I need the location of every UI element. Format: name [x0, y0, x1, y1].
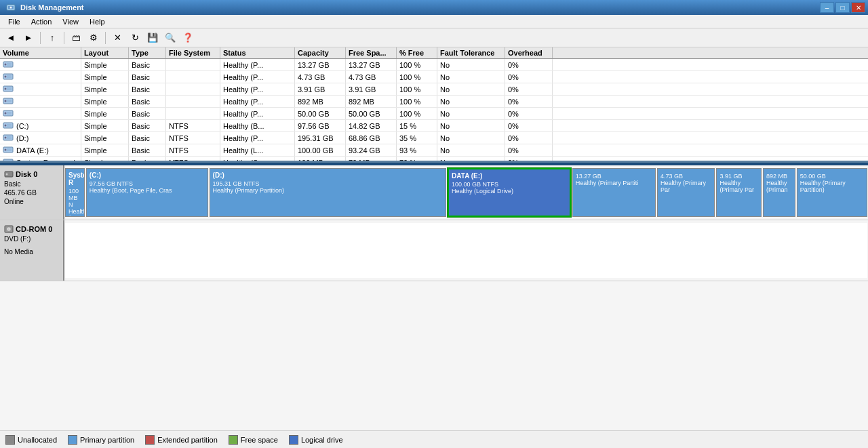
table-cell: 0% — [505, 59, 553, 70]
partition-status: Healthy (Primary Partition) — [800, 180, 864, 193]
properties-button[interactable]: ⚙ — [85, 30, 102, 45]
col-layout: Layout — [81, 47, 129, 58]
table-row[interactable]: (C:)SimpleBasicNTFSHealthy (B...97.56 GB… — [0, 120, 868, 132]
help-button[interactable]: ❓ — [180, 30, 196, 45]
disk-partition[interactable]: 50.00 GBHealthy (Primary Partition) — [797, 168, 867, 217]
table-cell: Basic — [129, 120, 166, 131]
disk-partition[interactable]: 13.27 GBHealthy (Primary Partiti — [572, 168, 656, 217]
table-cell: 93 % — [397, 144, 437, 156]
menu-help[interactable]: Help — [84, 16, 111, 27]
partition-size: 195.31 GB NTFS — [213, 180, 443, 187]
table-row[interactable]: SimpleBasicHealthy (P...50.00 GB50.00 GB… — [0, 108, 868, 120]
svg-rect-14 — [7, 100, 12, 102]
list-view: Volume Layout Type File System Status Ca… — [0, 47, 868, 163]
disk-partition[interactable]: 4.73 GBHealthy (Primary Par — [657, 168, 715, 217]
partition-status: Healthy (Primary Par — [719, 180, 758, 193]
refresh-button[interactable]: ↻ — [127, 30, 143, 45]
table-row[interactable]: DATA (E:)SimpleBasicNTFSHealthy (L...100… — [0, 144, 868, 157]
close-button[interactable]: ✕ — [851, 2, 865, 13]
menu-action[interactable]: Action — [26, 16, 58, 27]
legend-unallocated: Unallocated — [5, 435, 57, 445]
partition-status: Healthy (Primary Par — [660, 180, 711, 193]
col-status: Status — [220, 47, 295, 58]
table-cell: NTFS — [166, 132, 220, 144]
volume-icon — [3, 121, 16, 131]
partition-status: Healthy (Primary Partiti — [576, 180, 652, 186]
table-body: SimpleBasicHealthy (P...13.27 GB13.27 GB… — [0, 59, 868, 161]
partition-size: 100.00 GB NTFS — [452, 181, 567, 188]
table-cell: 0% — [505, 108, 553, 119]
disk-0-type: Basic — [4, 180, 59, 188]
table-row[interactable]: SimpleBasicHealthy (P...13.27 GB13.27 GB… — [0, 59, 868, 71]
menu-view[interactable]: View — [57, 16, 84, 27]
table-cell: Basic — [129, 96, 166, 107]
disk-partition[interactable]: DATA (E:)100.00 GB NTFSHealthy (Logical … — [448, 168, 571, 217]
table-cell: 195.31 GB — [295, 132, 346, 144]
disk-0-size: 465.76 GB — [4, 189, 59, 197]
table-cell — [0, 59, 81, 70]
table-row[interactable]: (D:)SimpleBasicNTFSHealthy (P...195.31 G… — [0, 132, 868, 144]
disk-partition[interactable]: 3.91 GBHealthy (Primary Par — [716, 168, 762, 217]
table-cell: No — [437, 132, 505, 144]
table-cell: No — [437, 83, 505, 95]
table-row[interactable]: SimpleBasicHealthy (P...3.91 GB3.91 GB10… — [0, 83, 868, 96]
svg-point-22 — [5, 136, 7, 138]
partition-status: Healthy (Priman — [766, 180, 792, 193]
table-cell: Simple — [81, 108, 129, 119]
back-button[interactable]: ◄ — [3, 30, 19, 45]
disk-0-status: Online — [4, 198, 59, 205]
partition-status: Healthy (Boot, Page File, Cras — [90, 187, 205, 194]
col-type: Type — [129, 47, 166, 58]
table-cell: No — [437, 59, 505, 70]
table-cell: No — [437, 108, 505, 119]
table-cell — [0, 108, 81, 119]
column-headers: Volume Layout Type File System Status Ca… — [0, 47, 868, 59]
partition-size: 100 MB N — [68, 188, 81, 208]
legend-freespace: Free space — [229, 435, 278, 445]
cdrom-0-empty — [65, 223, 867, 278]
table-cell: Basic — [129, 144, 166, 156]
partition-status: Healthy (S — [68, 208, 81, 217]
svg-rect-17 — [7, 112, 12, 115]
disk-partition[interactable]: System R100 MB NHealthy (S — [65, 168, 85, 217]
maximize-button[interactable]: □ — [835, 2, 850, 13]
partition-status: Healthy (Logical Drive) — [452, 188, 567, 195]
table-cell: Simple — [81, 144, 129, 156]
table-cell: 3.91 GB — [346, 83, 397, 95]
disk-icon — [4, 169, 14, 179]
disk-partition[interactable]: (D:)195.31 GB NTFSHealthy (Primary Parti… — [210, 168, 446, 217]
table-cell: System Reserved — [0, 157, 81, 161]
partition-name: System R — [68, 171, 81, 186]
cdrom-0-label: CD-ROM 0 DVD (F:) No Media — [0, 220, 64, 281]
disk-partition[interactable]: 892 MBHealthy (Priman — [763, 168, 795, 217]
export-button[interactable]: 💾 — [144, 30, 161, 45]
forward-button[interactable]: ► — [20, 30, 37, 45]
table-cell — [166, 59, 220, 70]
table-row[interactable]: System ReservedSimpleBasicNTFSHealthy (S… — [0, 157, 868, 161]
menu-file[interactable]: File — [3, 16, 26, 27]
minimize-button[interactable]: – — [820, 2, 834, 13]
disk-0-row: Disk 0 Basic 465.76 GB Online System R10… — [0, 165, 868, 220]
col-freespace: Free Spa... — [346, 47, 397, 58]
show-hide-button[interactable]: 🗃 — [68, 30, 84, 45]
table-cell: 100 % — [397, 108, 437, 119]
search-button[interactable]: 🔍 — [162, 30, 178, 45]
table-row[interactable]: SimpleBasicHealthy (P...892 MB892 MB100 … — [0, 96, 868, 108]
status-bar: Unallocated Primary partition Extended p… — [0, 430, 868, 448]
table-cell: Healthy (P... — [220, 96, 295, 107]
volume-icon — [3, 134, 16, 143]
up-button[interactable]: ↑ — [44, 30, 60, 45]
table-cell: Basic — [129, 132, 166, 144]
table-cell: 35 % — [397, 132, 437, 144]
disk-0-label: Disk 0 Basic 465.76 GB Online — [0, 165, 64, 220]
partition-name: (D:) — [213, 171, 443, 179]
legend-logical-box — [289, 435, 298, 445]
table-cell: 70 % — [397, 157, 437, 161]
col-filesystem: File System — [166, 47, 220, 58]
delete-button[interactable]: ✕ — [109, 30, 125, 45]
table-row[interactable]: SimpleBasicHealthy (P...4.73 GB4.73 GB10… — [0, 71, 868, 83]
legend-primary: Primary partition — [68, 435, 134, 445]
svg-rect-5 — [7, 63, 12, 66]
disk-partition[interactable]: (C:)97.56 GB NTFSHealthy (Boot, Page Fil… — [86, 168, 208, 217]
window-controls[interactable]: – □ ✕ — [820, 2, 865, 13]
